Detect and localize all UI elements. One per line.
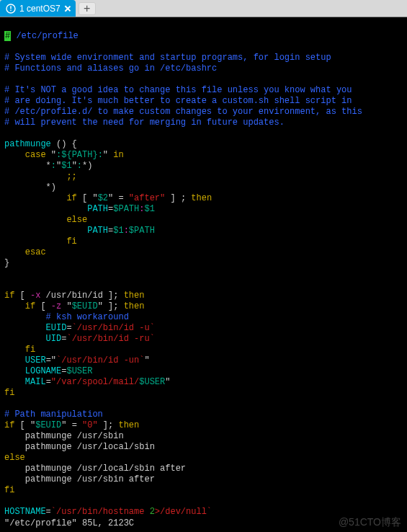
code: : (124, 226, 129, 236)
comment: # It's NOT a good idea to change this fi… (4, 85, 352, 95)
new-tab-button[interactable]: + (79, 2, 96, 15)
code: pathmunge /usr/local/sbin after (4, 464, 186, 474)
var: EUID (46, 323, 67, 333)
code: = (46, 507, 51, 517)
code: ]; (108, 291, 124, 301)
comment: # are doing. It's much better to create … (4, 96, 352, 106)
comment: # Path manipulation (4, 409, 103, 420)
var: USER (25, 355, 46, 365)
kw: fi (4, 388, 14, 398)
code: " (46, 150, 56, 160)
kw: if (25, 301, 35, 311)
str: "0" (82, 420, 98, 430)
svg-rect-2 (10, 9, 11, 11)
kw: else (4, 453, 25, 463)
kw: if (4, 291, 14, 301)
code: } (4, 258, 9, 268)
kw: in (113, 150, 123, 160)
var: PATH (87, 226, 108, 236)
code: ` (51, 507, 56, 517)
code: * (46, 161, 51, 171)
var: LOGNAME (25, 366, 61, 376)
code: ` (207, 507, 212, 517)
kw: fi (66, 236, 76, 247)
cmd: /usr/bin/id -ru (72, 334, 150, 344)
code: : (98, 150, 103, 160)
kw: else (66, 215, 87, 225)
code: = (46, 355, 51, 365)
comment: # will prevent the need for merging in f… (4, 118, 285, 128)
code: *) (82, 161, 92, 171)
comment: # Functions and aliases go in /etc/bashr… (4, 63, 217, 74)
kw: then (124, 291, 145, 301)
var: $1 (144, 204, 154, 214)
code: ` (150, 334, 155, 344)
code: pathmunge /usr/sbin (4, 431, 124, 441)
var: $USER (139, 377, 165, 387)
kw: then (124, 301, 145, 311)
cmd: >/dev/null (155, 507, 207, 517)
cursor-block: # (4, 31, 11, 41)
kw: fi (4, 485, 14, 495)
var: $2 (98, 193, 108, 203)
code: " (144, 355, 149, 365)
terminal-viewport[interactable]: # /etc/profile # System wide environment… (0, 17, 407, 532)
kw: if (4, 420, 14, 430)
code: () { (51, 139, 77, 149)
code: pathmunge /usr/sbin after (4, 474, 155, 484)
code: pathmunge (4, 139, 51, 149)
var: $1 (61, 161, 71, 171)
flag: -x (30, 291, 40, 301)
code (98, 420, 103, 430)
code: [ (35, 301, 51, 311)
code: ] ; (165, 193, 191, 203)
var: PATH (87, 204, 108, 214)
comment: # /etc/profile.d/ to make custom changes… (4, 107, 362, 117)
code: ` (66, 334, 71, 344)
var: $PATH (113, 204, 139, 214)
var: $PATH (129, 226, 155, 236)
svg-rect-1 (10, 6, 11, 9)
watermark: @51CTO博客 (339, 517, 401, 528)
code: = (66, 420, 82, 430)
kw: case (25, 150, 46, 160)
code: pathmunge /usr/local/sbin (4, 442, 155, 452)
code: " (72, 161, 77, 171)
cmd: /usr/bin/id -un (61, 355, 139, 365)
var: HOSTNAME (4, 507, 46, 517)
code: ]; (108, 301, 124, 311)
var: $EUID (35, 420, 61, 430)
var: ${PATH} (61, 150, 97, 160)
code: [ (77, 193, 93, 203)
code: ` (72, 323, 77, 333)
vim-status-line: "/etc/profile" 85L, 2123C (4, 518, 134, 529)
code: [ (14, 420, 30, 430)
var: MAIL (25, 377, 46, 387)
var: $1 (113, 226, 123, 236)
var: $USER (66, 366, 92, 376)
code (103, 301, 108, 311)
code: " (51, 355, 56, 365)
code: ]; (103, 420, 119, 430)
kw: if (66, 193, 76, 203)
code: : (77, 161, 82, 171)
code: " (92, 193, 97, 203)
code: " (165, 377, 170, 387)
cmd: /usr/bin/hostname (56, 507, 150, 517)
file-path-comment: /etc/profile (11, 31, 79, 41)
kw: then (118, 420, 139, 430)
cmd: /usr/bin/id -u (77, 323, 150, 333)
tab-session-1[interactable]: 1 centOS7 (0, 0, 76, 17)
code: ` (150, 323, 155, 333)
var: UID (46, 334, 62, 344)
code: " (98, 301, 103, 311)
close-icon[interactable] (64, 5, 71, 12)
code: : (51, 161, 56, 171)
str: "after" (129, 193, 165, 203)
code: " (103, 150, 113, 160)
kw: then (191, 193, 212, 203)
code: *) (46, 182, 56, 192)
code: = (113, 193, 129, 203)
str: "/var/spool/mail/ (51, 377, 139, 387)
comment: # ksh workaround (46, 312, 129, 322)
